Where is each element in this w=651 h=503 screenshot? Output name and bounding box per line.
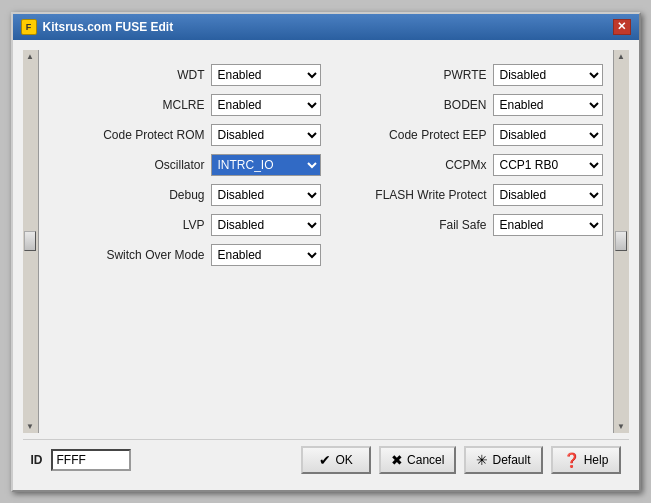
- left-label-3: Oscillator: [154, 158, 204, 172]
- scroll-up-arrow[interactable]: ▲: [26, 52, 34, 61]
- help-icon: ❓: [563, 452, 580, 468]
- cancel-button[interactable]: ✖ Cancel: [379, 446, 456, 474]
- scroll-down-arrow[interactable]: ▼: [26, 422, 34, 431]
- ok-icon: ✔: [319, 452, 331, 468]
- window-body: ▲ ▼ WDTEnabledMCLREEnabledCode Protect R…: [13, 40, 639, 490]
- right-field-row-0: PWRTEDisabled: [331, 64, 603, 86]
- left-label-4: Debug: [169, 188, 204, 202]
- window-title: Kitsrus.com FUSE Edit: [43, 20, 174, 34]
- left-field-row-2: Code Protect ROMDisabled: [49, 124, 321, 146]
- main-window: F Kitsrus.com FUSE Edit ✕ ▲ ▼ WDTEnabled…: [11, 12, 641, 492]
- right-field-row-3: CCPMxCCP1 RB0: [331, 154, 603, 176]
- right-label-0: PWRTE: [443, 68, 486, 82]
- right-select-0[interactable]: Disabled: [493, 64, 603, 86]
- ok-label: OK: [335, 453, 352, 467]
- bottom-bar: ID ✔ OK ✖ Cancel ✳ Default ❓ Help: [23, 439, 629, 480]
- right-select-4[interactable]: Disabled: [493, 184, 603, 206]
- left-label-5: LVP: [183, 218, 205, 232]
- cancel-label: Cancel: [407, 453, 444, 467]
- left-scrollbar[interactable]: ▲ ▼: [23, 50, 39, 433]
- right-label-5: Fail Safe: [439, 218, 486, 232]
- right-label-3: CCPMx: [445, 158, 486, 172]
- default-label: Default: [492, 453, 530, 467]
- default-button[interactable]: ✳ Default: [464, 446, 542, 474]
- help-button[interactable]: ❓ Help: [551, 446, 621, 474]
- ok-button[interactable]: ✔ OK: [301, 446, 371, 474]
- right-label-2: Code Protect EEP: [389, 128, 486, 142]
- left-select-3[interactable]: INTRC_IO: [211, 154, 321, 176]
- right-field-row-4: FLASH Write ProtectDisabled: [331, 184, 603, 206]
- left-select-1[interactable]: Enabled: [211, 94, 321, 116]
- left-field-row-3: OscillatorINTRC_IO: [49, 154, 321, 176]
- left-select-5[interactable]: Disabled: [211, 214, 321, 236]
- left-select-4[interactable]: Disabled: [211, 184, 321, 206]
- main-content: WDTEnabledMCLREEnabledCode Protect ROMDi…: [39, 50, 613, 433]
- right-select-2[interactable]: Disabled: [493, 124, 603, 146]
- left-label-1: MCLRE: [162, 98, 204, 112]
- left-label-6: Switch Over Mode: [106, 248, 204, 262]
- right-select-5[interactable]: Enabled: [493, 214, 603, 236]
- left-label-0: WDT: [177, 68, 204, 82]
- close-button[interactable]: ✕: [613, 19, 631, 35]
- window-icon: F: [21, 19, 37, 35]
- title-bar-left: F Kitsrus.com FUSE Edit: [21, 19, 174, 35]
- left-field-row-6: Switch Over ModeEnabled: [49, 244, 321, 266]
- right-select-1[interactable]: Enabled: [493, 94, 603, 116]
- help-label: Help: [584, 453, 609, 467]
- right-label-1: BODEN: [444, 98, 487, 112]
- scroll-up-right[interactable]: ▲: [617, 52, 625, 61]
- left-select-6[interactable]: Enabled: [211, 244, 321, 266]
- left-field-row-4: DebugDisabled: [49, 184, 321, 206]
- title-bar: F Kitsrus.com FUSE Edit ✕: [13, 14, 639, 40]
- left-field-row-1: MCLREEnabled: [49, 94, 321, 116]
- right-field-row-2: Code Protect EEPDisabled: [331, 124, 603, 146]
- content-wrapper: ▲ ▼ WDTEnabledMCLREEnabledCode Protect R…: [23, 50, 629, 433]
- left-select-2[interactable]: Disabled: [211, 124, 321, 146]
- right-panel: PWRTEDisabledBODENEnabledCode Protect EE…: [331, 64, 603, 419]
- left-select-0[interactable]: Enabled: [211, 64, 321, 86]
- scroll-down-right[interactable]: ▼: [617, 422, 625, 431]
- left-field-row-0: WDTEnabled: [49, 64, 321, 86]
- id-label: ID: [31, 453, 43, 467]
- right-select-3[interactable]: CCP1 RB0: [493, 154, 603, 176]
- scroll-thumb-left[interactable]: [24, 231, 36, 251]
- cancel-icon: ✖: [391, 452, 403, 468]
- right-field-row-5: Fail SafeEnabled: [331, 214, 603, 236]
- left-field-row-5: LVPDisabled: [49, 214, 321, 236]
- right-label-4: FLASH Write Protect: [375, 188, 486, 202]
- left-panel: WDTEnabledMCLREEnabledCode Protect ROMDi…: [49, 64, 321, 419]
- scroll-thumb-right[interactable]: [615, 231, 627, 251]
- left-label-2: Code Protect ROM: [103, 128, 204, 142]
- id-input[interactable]: [51, 449, 131, 471]
- right-field-row-1: BODENEnabled: [331, 94, 603, 116]
- right-scrollbar[interactable]: ▲ ▼: [613, 50, 629, 433]
- default-icon: ✳: [476, 452, 488, 468]
